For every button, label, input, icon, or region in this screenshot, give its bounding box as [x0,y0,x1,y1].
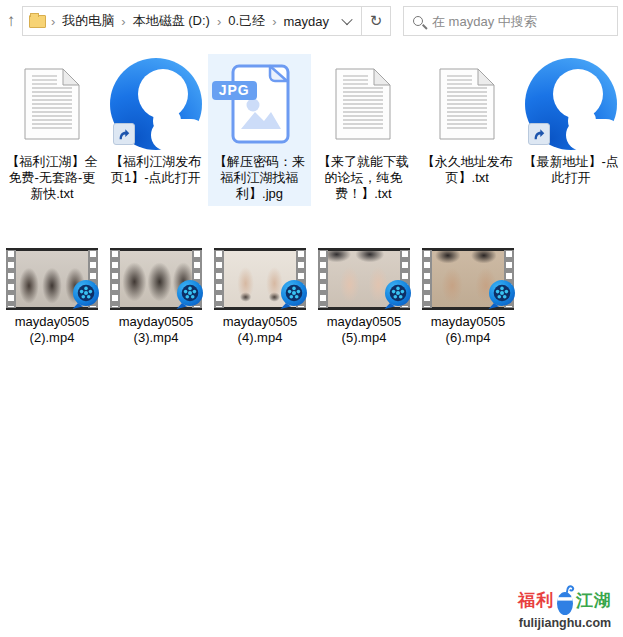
breadcrumb-item-folder[interactable]: 0.已经 [224,12,269,30]
file-name: 【解压密码：来福利江湖找福利】.jpg [211,154,308,202]
breadcrumb-item-computer[interactable]: 我的电脑 [58,12,118,30]
cloud-icon [151,119,207,151]
search-icon [413,16,423,26]
filmstrip-icon [110,250,120,308]
file-name: mayday0505 (2).mp4 [9,314,95,346]
file-grid-row-1: 【福利江湖】全免费-无套路-更新快.txt 【福利江湖发布页1】-点此打开 [0,54,623,206]
filmstrip-icon [6,250,16,308]
breadcrumb-separator: › [269,14,279,29]
filmstrip-icon [422,250,432,308]
file-name: mayday0505 (5).mp4 [321,314,407,346]
search-box[interactable] [403,6,618,36]
logo-text-left: 福利 [518,589,554,612]
file-name: 【永久地址发布页】.txt [419,154,516,186]
file-name: 【福利江湖发布页1】-点此打开 [107,154,204,186]
video-thumbnail [6,248,98,310]
video-player-badge-icon [175,279,205,314]
jpg-file-icon: JPG [208,56,312,152]
jpg-badge-label: JPG [212,81,257,100]
video-player-badge-icon [71,279,101,314]
video-thumbnail [318,248,410,310]
chevron-down-icon [341,14,352,25]
video-item-3[interactable]: mayday0505 (4).mp4 [208,246,312,350]
logo-text-right: 江湖 [576,589,612,612]
file-name: mayday0505 (4).mp4 [217,314,303,346]
file-name: 【来了就能下载的论坛，纯免费！】.txt [315,154,412,202]
toolbar: ↑ › 我的电脑 › 本地磁盘 (D:) › 0.已经 › mayday ↻ [0,0,623,38]
qq-browser-icon [110,58,202,150]
file-name: mayday0505 (6).mp4 [425,314,511,346]
video-thumbnail [110,248,202,310]
file-name: 【最新地址】-点此打开 [523,154,620,186]
text-file-icon [415,56,519,152]
qq-browser-icon [525,58,617,150]
search-input[interactable] [432,14,608,29]
address-dropdown-button[interactable] [333,7,361,35]
text-file-icon [0,56,104,152]
video-item-4[interactable]: mayday0505 (5).mp4 [312,246,416,350]
video-player-badge-icon [487,279,517,314]
filmstrip-icon [318,250,328,308]
file-item-qq-shortcut-2[interactable]: 【最新地址】-点此打开 [519,54,623,206]
folder-icon [29,15,46,28]
video-thumbnail [214,248,306,310]
video-item-2[interactable]: mayday0505 (3).mp4 [104,246,208,350]
filmstrip-icon [214,250,224,308]
file-name: mayday0505 (3).mp4 [113,314,199,346]
file-item-txt-3[interactable]: 【永久地址发布页】.txt [415,54,519,206]
video-player-badge-icon [279,279,309,314]
address-bar[interactable]: › 我的电脑 › 本地磁盘 (D:) › 0.已经 › mayday ↻ [22,6,391,36]
breadcrumb-separator: › [48,14,58,29]
mouse-icon [555,584,575,616]
logo-domain: fulijianghu.com [515,616,615,630]
video-player-badge-icon [383,279,413,314]
file-item-qq-shortcut-1[interactable]: 【福利江湖发布页1】-点此打开 [104,54,208,206]
video-item-1[interactable]: mayday0505 (2).mp4 [0,246,104,350]
file-item-txt-1[interactable]: 【福利江湖】全免费-无套路-更新快.txt [0,54,104,206]
shortcut-arrow-icon [113,123,135,145]
breadcrumb-separator: › [214,14,224,29]
refresh-button[interactable]: ↻ [362,7,390,35]
text-file-icon [311,56,415,152]
shortcut-arrow-icon [528,123,550,145]
file-item-jpg-selected[interactable]: JPG 【解压密码：来福利江湖找福利】.jpg [208,54,312,206]
file-name: 【福利江湖】全免费-无套路-更新快.txt [3,154,100,202]
cloud-icon [566,119,622,151]
file-item-txt-2[interactable]: 【来了就能下载的论坛，纯免费！】.txt [311,54,415,206]
refresh-icon: ↻ [370,12,383,30]
video-thumbnail [422,248,514,310]
fulijianghu-watermark-logo: 福利 江湖 fulijianghu.com [515,584,615,630]
navigate-up-button[interactable]: ↑ [0,11,22,31]
video-item-5[interactable]: mayday0505 (6).mp4 [416,246,520,350]
breadcrumb-separator: › [118,14,128,29]
file-grid-row-2: mayday0505 (2).mp4 mayda [0,246,623,350]
breadcrumb-item-current[interactable]: mayday [279,14,333,29]
explorer-window: ↑ › 我的电脑 › 本地磁盘 (D:) › 0.已经 › mayday ↻ [0,0,623,637]
breadcrumb-item-drive-d[interactable]: 本地磁盘 (D:) [129,12,214,30]
